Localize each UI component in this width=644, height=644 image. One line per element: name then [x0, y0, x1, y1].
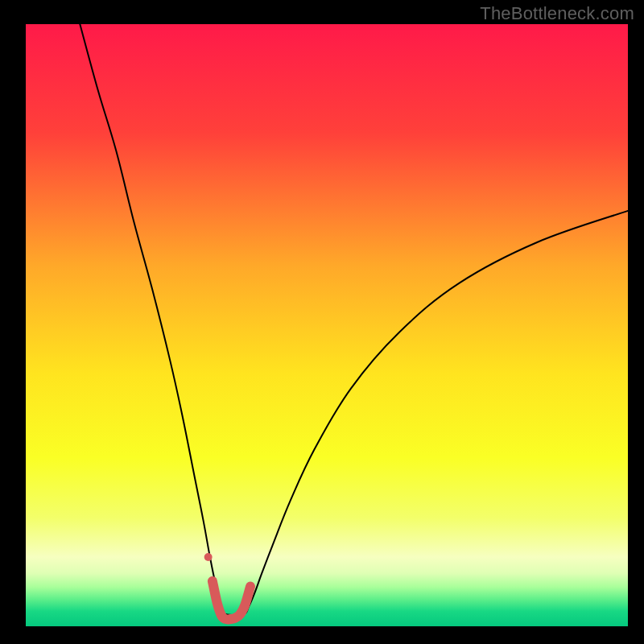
chart-frame: TheBottleneck.com [0, 0, 644, 644]
watermark-text: TheBottleneck.com [480, 3, 634, 24]
optimal-dot [204, 553, 213, 561]
marker-group [204, 553, 213, 561]
plot-area [26, 24, 628, 626]
bottleneck-chart [0, 0, 644, 644]
